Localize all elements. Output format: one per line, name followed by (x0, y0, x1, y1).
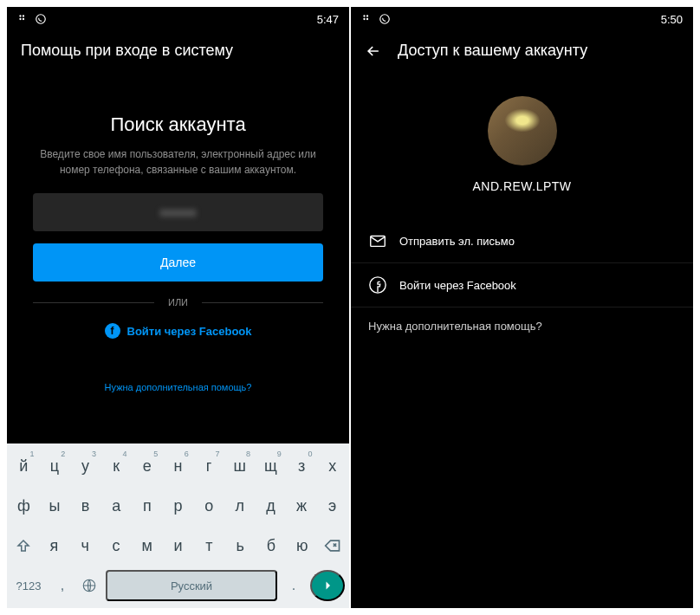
key-х[interactable]: х (318, 449, 347, 483)
notification-icon (17, 13, 29, 25)
svg-point-1 (23, 15, 24, 16)
svg-point-4 (36, 15, 46, 24)
header: Доступ к вашему аккаунту (351, 31, 693, 70)
symbols-key[interactable]: ?123 (10, 568, 48, 603)
key-у[interactable]: у3 (71, 449, 100, 483)
facebook-login-button[interactable]: f Войти через Facebook (33, 323, 323, 339)
enter-key[interactable] (310, 570, 345, 601)
svg-point-9 (366, 18, 368, 20)
key-щ[interactable]: щ9 (256, 449, 285, 483)
key-ы[interactable]: ы (41, 489, 69, 523)
backspace-key[interactable] (319, 528, 347, 563)
status-time: 5:50 (661, 13, 683, 26)
key-э[interactable]: э (318, 489, 347, 523)
username: AND.REW.LPTW (351, 179, 693, 193)
status-bar: 5:47 (7, 7, 349, 31)
key-ч[interactable]: ч (71, 528, 100, 563)
facebook-icon (368, 275, 387, 295)
key-ц[interactable]: ц2 (41, 449, 69, 483)
avatar (488, 96, 557, 165)
key-н[interactable]: н6 (164, 449, 192, 483)
key-д[interactable]: д (256, 489, 285, 523)
facebook-login-label: Войти через Facebook (399, 279, 516, 292)
key-к[interactable]: к4 (102, 449, 131, 483)
facebook-icon: f (105, 323, 120, 339)
svg-point-10 (380, 15, 390, 24)
send-email-label: Отправить эл. письмо (399, 235, 515, 248)
key-т[interactable]: т (195, 528, 224, 563)
svg-point-8 (363, 18, 365, 20)
key-ш[interactable]: ш8 (225, 449, 254, 483)
key-я[interactable]: я (40, 528, 68, 563)
svg-point-7 (366, 15, 368, 16)
search-description: Введите свое имя пользователя, электронн… (33, 146, 323, 178)
key-з[interactable]: з0 (288, 449, 316, 483)
send-email-option[interactable]: Отправить эл. письмо (351, 219, 693, 263)
key-с[interactable]: с (102, 528, 131, 563)
svg-point-3 (23, 18, 24, 20)
key-е[interactable]: е5 (133, 449, 162, 483)
space-key[interactable]: Русский (106, 570, 277, 601)
key-р[interactable]: р (164, 489, 192, 523)
notification-icon (361, 13, 373, 25)
viber-icon (35, 13, 47, 25)
header: Помощь при входе в систему (7, 31, 349, 70)
key-м[interactable]: м (133, 528, 161, 563)
key-в[interactable]: в (71, 489, 100, 523)
help-link[interactable]: Нужна дополнительная помощь? (33, 382, 323, 392)
key-ж[interactable]: ж (288, 489, 316, 523)
globe-key[interactable] (77, 568, 101, 603)
help-link[interactable]: Нужна дополнительная помощь? (351, 308, 693, 345)
facebook-login-label: Войти через Facebook (127, 325, 252, 338)
divider: ИЛИ (33, 297, 323, 308)
svg-point-0 (19, 15, 21, 16)
key-ф[interactable]: ф (10, 489, 38, 523)
shift-key[interactable] (10, 528, 37, 563)
key-й[interactable]: й1 (10, 449, 38, 483)
search-input[interactable]: xxxxxx (33, 193, 323, 231)
status-time: 5:47 (317, 13, 339, 26)
svg-point-6 (363, 15, 365, 16)
comma-key[interactable]: , (50, 568, 75, 603)
period-key[interactable]: . (282, 568, 306, 603)
key-г[interactable]: г7 (195, 449, 224, 483)
next-button[interactable]: Далее (33, 243, 323, 282)
header-title: Помощь при входе в систему (21, 42, 233, 60)
key-а[interactable]: а (102, 489, 131, 523)
key-о[interactable]: о (195, 489, 224, 523)
key-б[interactable]: б (256, 528, 285, 563)
keyboard: й1ц2у3к4е5н6г7ш8щ9з0х фывапролджэ ячсмит… (7, 443, 349, 608)
status-bar: 5:50 (351, 7, 693, 31)
viber-icon (379, 13, 391, 25)
key-ь[interactable]: ь (226, 528, 255, 563)
mail-icon (368, 231, 387, 250)
header-title: Доступ к вашему аккаунту (398, 42, 587, 60)
key-п[interactable]: п (133, 489, 162, 523)
key-л[interactable]: л (225, 489, 254, 523)
facebook-login-option[interactable]: Войти через Facebook (351, 263, 693, 308)
key-ю[interactable]: ю (288, 528, 316, 563)
back-arrow-icon[interactable] (365, 42, 382, 60)
phone-left: 5:47 Помощь при входе в систему Поиск ак… (7, 7, 349, 608)
search-title: Поиск аккаунта (33, 113, 323, 136)
phone-right: 5:50 Доступ к вашему аккаунту AND.REW.LP… (351, 7, 693, 608)
key-и[interactable]: и (164, 528, 192, 563)
svg-point-2 (19, 18, 21, 20)
